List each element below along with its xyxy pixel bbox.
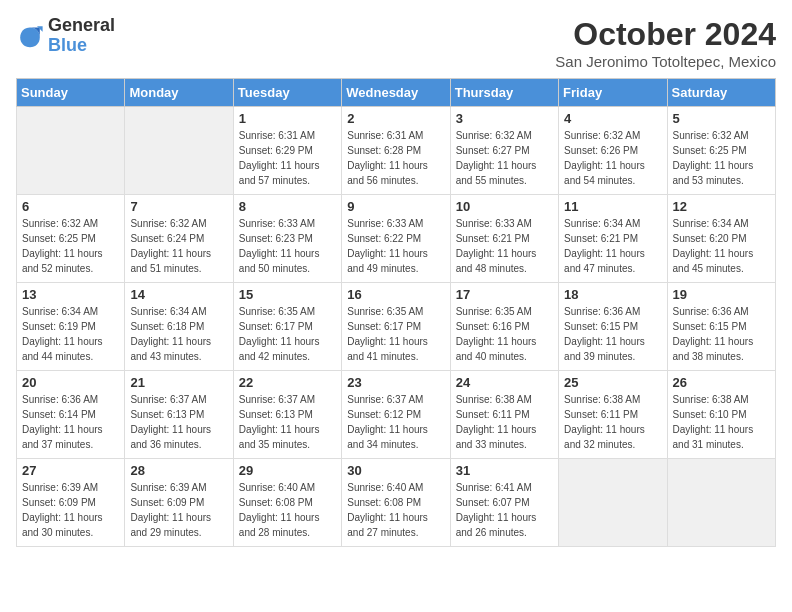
calendar-cell: 28 Sunrise: 6:39 AM Sunset: 6:09 PM Dayl… <box>125 459 233 547</box>
calendar-cell: 3 Sunrise: 6:32 AM Sunset: 6:27 PM Dayli… <box>450 107 558 195</box>
day-number: 31 <box>456 463 553 478</box>
week-row-2: 13 Sunrise: 6:34 AM Sunset: 6:19 PM Dayl… <box>17 283 776 371</box>
day-info: Sunrise: 6:37 AM Sunset: 6:12 PM Dayligh… <box>347 392 444 452</box>
header-monday: Monday <box>125 79 233 107</box>
day-number: 3 <box>456 111 553 126</box>
calendar-cell: 15 Sunrise: 6:35 AM Sunset: 6:17 PM Dayl… <box>233 283 341 371</box>
day-number: 22 <box>239 375 336 390</box>
day-info: Sunrise: 6:36 AM Sunset: 6:14 PM Dayligh… <box>22 392 119 452</box>
day-info: Sunrise: 6:32 AM Sunset: 6:24 PM Dayligh… <box>130 216 227 276</box>
calendar-cell: 6 Sunrise: 6:32 AM Sunset: 6:25 PM Dayli… <box>17 195 125 283</box>
day-info: Sunrise: 6:33 AM Sunset: 6:22 PM Dayligh… <box>347 216 444 276</box>
calendar-cell: 8 Sunrise: 6:33 AM Sunset: 6:23 PM Dayli… <box>233 195 341 283</box>
calendar-cell: 12 Sunrise: 6:34 AM Sunset: 6:20 PM Dayl… <box>667 195 775 283</box>
day-info: Sunrise: 6:35 AM Sunset: 6:17 PM Dayligh… <box>239 304 336 364</box>
header-thursday: Thursday <box>450 79 558 107</box>
logo: General Blue <box>16 16 115 56</box>
logo-text: General Blue <box>48 16 115 56</box>
calendar-cell: 27 Sunrise: 6:39 AM Sunset: 6:09 PM Dayl… <box>17 459 125 547</box>
day-number: 27 <box>22 463 119 478</box>
day-info: Sunrise: 6:32 AM Sunset: 6:25 PM Dayligh… <box>673 128 770 188</box>
day-info: Sunrise: 6:34 AM Sunset: 6:19 PM Dayligh… <box>22 304 119 364</box>
day-number: 24 <box>456 375 553 390</box>
calendar-cell: 10 Sunrise: 6:33 AM Sunset: 6:21 PM Dayl… <box>450 195 558 283</box>
calendar-cell: 24 Sunrise: 6:38 AM Sunset: 6:11 PM Dayl… <box>450 371 558 459</box>
calendar-cell: 17 Sunrise: 6:35 AM Sunset: 6:16 PM Dayl… <box>450 283 558 371</box>
calendar-cell: 14 Sunrise: 6:34 AM Sunset: 6:18 PM Dayl… <box>125 283 233 371</box>
calendar-cell: 23 Sunrise: 6:37 AM Sunset: 6:12 PM Dayl… <box>342 371 450 459</box>
day-number: 17 <box>456 287 553 302</box>
calendar-cell: 2 Sunrise: 6:31 AM Sunset: 6:28 PM Dayli… <box>342 107 450 195</box>
day-number: 15 <box>239 287 336 302</box>
calendar-cell: 5 Sunrise: 6:32 AM Sunset: 6:25 PM Dayli… <box>667 107 775 195</box>
day-info: Sunrise: 6:38 AM Sunset: 6:11 PM Dayligh… <box>564 392 661 452</box>
day-number: 14 <box>130 287 227 302</box>
day-number: 28 <box>130 463 227 478</box>
day-number: 19 <box>673 287 770 302</box>
day-number: 23 <box>347 375 444 390</box>
day-info: Sunrise: 6:35 AM Sunset: 6:17 PM Dayligh… <box>347 304 444 364</box>
calendar-cell: 22 Sunrise: 6:37 AM Sunset: 6:13 PM Dayl… <box>233 371 341 459</box>
day-info: Sunrise: 6:34 AM Sunset: 6:21 PM Dayligh… <box>564 216 661 276</box>
calendar-cell <box>559 459 667 547</box>
day-info: Sunrise: 6:32 AM Sunset: 6:27 PM Dayligh… <box>456 128 553 188</box>
header-friday: Friday <box>559 79 667 107</box>
location-title: San Jeronimo Totoltepec, Mexico <box>555 53 776 70</box>
calendar-cell: 30 Sunrise: 6:40 AM Sunset: 6:08 PM Dayl… <box>342 459 450 547</box>
day-info: Sunrise: 6:36 AM Sunset: 6:15 PM Dayligh… <box>564 304 661 364</box>
calendar-cell <box>17 107 125 195</box>
day-info: Sunrise: 6:38 AM Sunset: 6:11 PM Dayligh… <box>456 392 553 452</box>
day-info: Sunrise: 6:40 AM Sunset: 6:08 PM Dayligh… <box>347 480 444 540</box>
day-number: 4 <box>564 111 661 126</box>
day-number: 21 <box>130 375 227 390</box>
header-wednesday: Wednesday <box>342 79 450 107</box>
calendar-cell: 7 Sunrise: 6:32 AM Sunset: 6:24 PM Dayli… <box>125 195 233 283</box>
day-number: 12 <box>673 199 770 214</box>
header-sunday: Sunday <box>17 79 125 107</box>
day-number: 29 <box>239 463 336 478</box>
calendar-cell: 19 Sunrise: 6:36 AM Sunset: 6:15 PM Dayl… <box>667 283 775 371</box>
month-title: October 2024 <box>555 16 776 53</box>
day-info: Sunrise: 6:34 AM Sunset: 6:18 PM Dayligh… <box>130 304 227 364</box>
calendar-cell: 13 Sunrise: 6:34 AM Sunset: 6:19 PM Dayl… <box>17 283 125 371</box>
day-number: 7 <box>130 199 227 214</box>
day-number: 8 <box>239 199 336 214</box>
day-info: Sunrise: 6:31 AM Sunset: 6:28 PM Dayligh… <box>347 128 444 188</box>
title-block: October 2024 San Jeronimo Totoltepec, Me… <box>555 16 776 70</box>
day-info: Sunrise: 6:35 AM Sunset: 6:16 PM Dayligh… <box>456 304 553 364</box>
day-info: Sunrise: 6:32 AM Sunset: 6:25 PM Dayligh… <box>22 216 119 276</box>
day-info: Sunrise: 6:37 AM Sunset: 6:13 PM Dayligh… <box>239 392 336 452</box>
day-number: 18 <box>564 287 661 302</box>
day-info: Sunrise: 6:39 AM Sunset: 6:09 PM Dayligh… <box>130 480 227 540</box>
week-row-0: 1 Sunrise: 6:31 AM Sunset: 6:29 PM Dayli… <box>17 107 776 195</box>
calendar-header-row: SundayMondayTuesdayWednesdayThursdayFrid… <box>17 79 776 107</box>
week-row-3: 20 Sunrise: 6:36 AM Sunset: 6:14 PM Dayl… <box>17 371 776 459</box>
calendar-cell: 9 Sunrise: 6:33 AM Sunset: 6:22 PM Dayli… <box>342 195 450 283</box>
day-info: Sunrise: 6:32 AM Sunset: 6:26 PM Dayligh… <box>564 128 661 188</box>
header-saturday: Saturday <box>667 79 775 107</box>
day-info: Sunrise: 6:39 AM Sunset: 6:09 PM Dayligh… <box>22 480 119 540</box>
week-row-1: 6 Sunrise: 6:32 AM Sunset: 6:25 PM Dayli… <box>17 195 776 283</box>
calendar-cell: 18 Sunrise: 6:36 AM Sunset: 6:15 PM Dayl… <box>559 283 667 371</box>
logo-icon <box>16 22 44 50</box>
day-info: Sunrise: 6:37 AM Sunset: 6:13 PM Dayligh… <box>130 392 227 452</box>
calendar-cell: 25 Sunrise: 6:38 AM Sunset: 6:11 PM Dayl… <box>559 371 667 459</box>
day-info: Sunrise: 6:33 AM Sunset: 6:23 PM Dayligh… <box>239 216 336 276</box>
day-info: Sunrise: 6:31 AM Sunset: 6:29 PM Dayligh… <box>239 128 336 188</box>
week-row-4: 27 Sunrise: 6:39 AM Sunset: 6:09 PM Dayl… <box>17 459 776 547</box>
calendar-cell: 16 Sunrise: 6:35 AM Sunset: 6:17 PM Dayl… <box>342 283 450 371</box>
calendar-cell: 26 Sunrise: 6:38 AM Sunset: 6:10 PM Dayl… <box>667 371 775 459</box>
calendar-table: SundayMondayTuesdayWednesdayThursdayFrid… <box>16 78 776 547</box>
calendar-cell: 4 Sunrise: 6:32 AM Sunset: 6:26 PM Dayli… <box>559 107 667 195</box>
day-number: 11 <box>564 199 661 214</box>
day-number: 25 <box>564 375 661 390</box>
day-info: Sunrise: 6:41 AM Sunset: 6:07 PM Dayligh… <box>456 480 553 540</box>
day-number: 9 <box>347 199 444 214</box>
day-info: Sunrise: 6:34 AM Sunset: 6:20 PM Dayligh… <box>673 216 770 276</box>
day-info: Sunrise: 6:36 AM Sunset: 6:15 PM Dayligh… <box>673 304 770 364</box>
day-info: Sunrise: 6:40 AM Sunset: 6:08 PM Dayligh… <box>239 480 336 540</box>
header-tuesday: Tuesday <box>233 79 341 107</box>
page-header: General Blue October 2024 San Jeronimo T… <box>16 16 776 70</box>
day-info: Sunrise: 6:33 AM Sunset: 6:21 PM Dayligh… <box>456 216 553 276</box>
day-number: 6 <box>22 199 119 214</box>
